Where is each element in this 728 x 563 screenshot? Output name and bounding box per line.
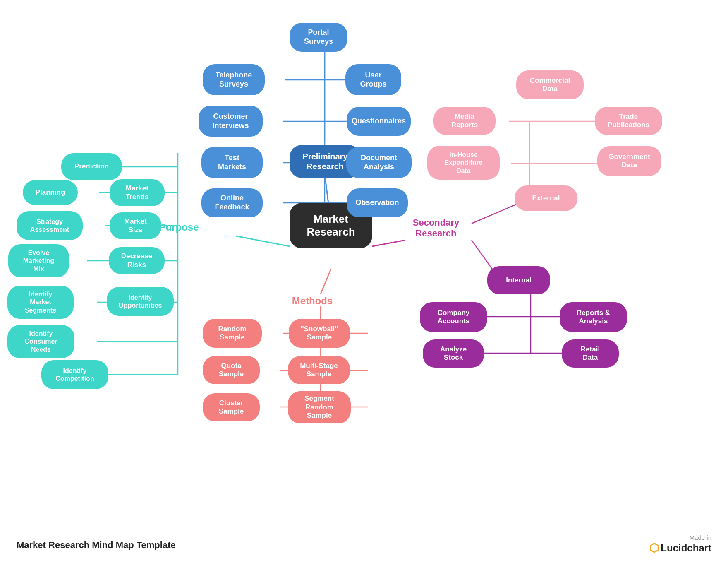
made-in-label: Made in (649, 534, 711, 541)
svg-line-1 (321, 269, 331, 294)
logo-icon: ⬡ (649, 541, 659, 555)
svg-line-3 (372, 240, 405, 246)
logo-name: Lucidchart (661, 542, 711, 554)
logo-text: ⬡ Lucidchart (649, 541, 711, 555)
footer-title: Market Research Mind Map Template (17, 540, 176, 551)
svg-line-0 (325, 174, 331, 224)
svg-line-30 (472, 240, 500, 281)
footer-logo: Made in ⬡ Lucidchart (649, 534, 711, 555)
svg-line-5 (318, 39, 325, 41)
svg-line-25 (472, 199, 529, 224)
svg-line-2 (236, 236, 290, 246)
